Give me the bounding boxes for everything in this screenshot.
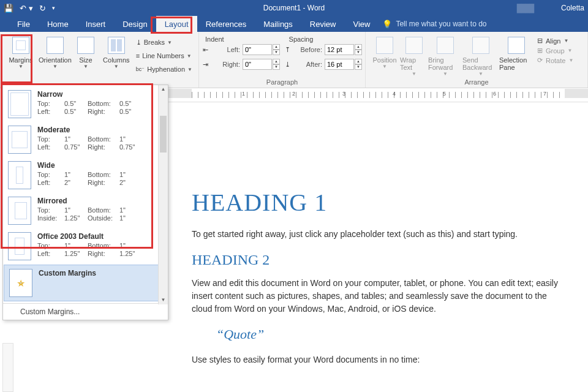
spacing-after-input[interactable]: ▲▼ [325, 59, 362, 70]
group-page-setup: Margins ▼ Orientation ▼ Size ▼ Columns ▼… [0, 32, 199, 88]
indent-left-icon: ⇤ [203, 46, 208, 54]
margin-thumb-icon [8, 126, 31, 154]
position-icon [376, 37, 393, 54]
save-icon[interactable]: 💾 [4, 4, 13, 13]
tab-file[interactable]: File [9, 16, 39, 32]
size-label: Size [79, 56, 92, 64]
orientation-label: Orientation [39, 56, 72, 64]
tab-review[interactable]: Review [301, 16, 345, 32]
rotate-button[interactable]: ⟳Rotate▼ [537, 56, 573, 64]
margin-option-office-2003-default[interactable]: Office 2003 DefaultTop:1"Bottom:1"Left:1… [3, 228, 168, 264]
rotate-icon: ⟳ [537, 56, 543, 64]
undo-icon[interactable]: ↶ ▾ [20, 4, 33, 13]
align-button[interactable]: ⊟Align▼ [537, 37, 573, 45]
scroll-up-icon[interactable]: ▲ [159, 85, 168, 94]
orientation-icon [47, 37, 64, 54]
heading-2[interactable]: HEADING 2 [192, 252, 565, 268]
line-numbers-button[interactable]: ≡Line Numbers▼ [134, 49, 195, 62]
redo-icon[interactable]: ↻ [39, 4, 46, 13]
margin-option-name: Wide [37, 161, 139, 170]
spacing-before-icon: ⤒ [285, 46, 290, 54]
indent-right-icon: ⇥ [203, 61, 208, 69]
tab-home[interactable]: Home [39, 16, 77, 32]
ruler-number: 7 [543, 91, 546, 97]
indent-heading: Indent [203, 34, 224, 43]
columns-button[interactable]: Columns ▼ [99, 34, 134, 76]
margin-option-moderate[interactable]: ModerateTop:1"Bottom:1"Left:0.75"Right:0… [3, 122, 168, 157]
group-arrange: Position▼ Wrap Text▼ Bring Forward▼ Send… [366, 32, 588, 88]
selection-pane-button[interactable]: Selection Pane [499, 34, 533, 77]
margin-thumb-icon [8, 232, 31, 260]
tab-layout[interactable]: Layout [156, 16, 197, 32]
tell-me-label: Tell me what you want to do [396, 20, 486, 28]
paragraph-3[interactable]: Use styles to easily format your Word do… [192, 353, 565, 366]
vertical-ruler-fragment [2, 343, 13, 392]
margins-button[interactable]: Margins ▼ [4, 34, 38, 76]
position-button[interactable]: Position▼ [369, 34, 400, 77]
paragraph-2[interactable]: View and edit this document in Word on y… [192, 277, 565, 315]
horizontal-ruler[interactable]: 1234567 [168, 89, 588, 102]
margin-option-name: Moderate [37, 126, 139, 134]
margin-option-name: Custom Margins [39, 269, 96, 277]
spacing-before-input[interactable]: ▲▼ [325, 44, 362, 55]
scroll-down-icon[interactable]: ▼ [159, 296, 168, 304]
margins-label: Margins [9, 56, 32, 64]
ribbon-tabs: File Home Insert Design Layout Reference… [0, 16, 588, 32]
margins-icon [12, 37, 29, 54]
margin-option-narrow[interactable]: NarrowTop:0.5"Bottom:0.5"Left:0.5"Right:… [3, 86, 168, 122]
margin-option-custom-margins[interactable]: Custom Margins [4, 265, 167, 301]
send-backward-button[interactable]: Send Backward▼ [462, 34, 499, 77]
margin-thumb-icon [8, 197, 31, 225]
tell-me-search[interactable]: 💡 Tell me what you want to do [382, 20, 486, 29]
group-icon: ⊞ [537, 47, 543, 55]
spacing-heading: Spacing [287, 34, 314, 43]
align-icon: ⊟ [537, 37, 543, 45]
spinner-down-icon: ▼ [273, 50, 280, 55]
margin-option-wide[interactable]: WideTop:1"Bottom:1"Left:2"Right:2" [3, 157, 168, 193]
margin-option-mirrored[interactable]: MirroredTop:1"Bottom:1"Inside:1.25"Outsi… [3, 193, 168, 228]
ruler-number: 2 [292, 91, 295, 97]
title-decoration: ▮▮▮▮ [516, 0, 533, 15]
scroll-thumb[interactable] [160, 116, 167, 153]
margin-option-name: Narrow [37, 90, 139, 99]
chevron-down-icon: ▼ [83, 64, 88, 69]
document-page[interactable]: HEADING 1 To get started right away, jus… [168, 102, 588, 386]
group-button[interactable]: ⊞Group▼ [537, 47, 573, 55]
spacing-after-icon: ⤓ [285, 61, 290, 69]
line-numbers-icon: ≡ [136, 52, 140, 59]
tab-insert[interactable]: Insert [77, 16, 115, 32]
send-backward-icon [472, 37, 489, 54]
margin-thumb-icon [9, 269, 32, 297]
indent-left-input[interactable]: ▲▼ [243, 44, 280, 55]
hyphenation-button[interactable]: bc⁻Hyphenation▼ [134, 62, 195, 76]
wrap-text-icon [405, 37, 423, 54]
tab-design[interactable]: Design [114, 16, 156, 32]
ruler-number: 1 [242, 91, 245, 97]
tab-references[interactable]: References [197, 16, 255, 32]
qat-customize-icon[interactable]: ▾ [52, 5, 55, 11]
chevron-down-icon: ▼ [53, 64, 58, 69]
user-name[interactable]: Coletta [561, 4, 584, 12]
margin-option-name: Mirrored [37, 197, 139, 205]
margin-thumb-icon [8, 90, 31, 118]
quote-text[interactable]: “Quote” [216, 326, 565, 342]
menu-scrollbar[interactable]: ▲ ▼ [158, 85, 168, 304]
bring-forward-button[interactable]: Bring Forward▼ [428, 34, 462, 77]
document-area: 1234567 HEADING 1 To get started right a… [168, 89, 588, 392]
lightbulb-icon: 💡 [382, 20, 392, 29]
orientation-button[interactable]: Orientation ▼ [38, 34, 72, 76]
chevron-down-icon: ▼ [18, 64, 23, 69]
breaks-button[interactable]: ⤓Breaks▼ [134, 36, 195, 49]
heading-1[interactable]: HEADING 1 [192, 188, 565, 217]
paragraph-1[interactable]: To get started right away, just click an… [192, 228, 565, 241]
wrap-text-button[interactable]: Wrap Text▼ [400, 34, 428, 77]
tab-view[interactable]: View [344, 16, 379, 32]
tab-mailings[interactable]: Mailings [255, 16, 301, 32]
size-button[interactable]: Size ▼ [72, 34, 99, 76]
document-title: Document1 - Word [263, 4, 325, 12]
size-icon [77, 37, 94, 54]
indent-right-input[interactable]: ▲▼ [243, 59, 280, 70]
ruler-number: 3 [342, 91, 345, 97]
columns-label: Columns [103, 56, 129, 64]
custom-margins-menu-item[interactable]: Custom Margins... [3, 303, 168, 320]
